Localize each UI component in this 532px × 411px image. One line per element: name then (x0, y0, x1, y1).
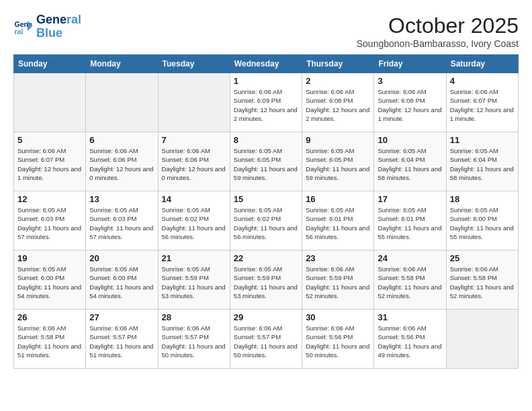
day-info: Sunrise: 6:05 AM Sunset: 6:03 PM Dayligh… (17, 205, 82, 241)
day-info: Sunrise: 6:05 AM Sunset: 5:59 PM Dayligh… (234, 265, 298, 300)
calendar-cell: 19Sunrise: 6:05 AM Sunset: 6:00 PM Dayli… (14, 250, 86, 310)
calendar-table: SundayMondayTuesdayWednesdayThursdayFrid… (13, 54, 519, 369)
calendar-cell: 15Sunrise: 6:05 AM Sunset: 6:02 PM Dayli… (230, 191, 302, 250)
day-number: 4 (450, 76, 515, 86)
day-number: 5 (17, 135, 82, 145)
calendar-cell (446, 310, 518, 369)
day-info: Sunrise: 6:06 AM Sunset: 6:06 PM Dayligh… (89, 146, 154, 182)
day-number: 31 (378, 312, 442, 322)
calendar-cell: 13Sunrise: 6:05 AM Sunset: 6:03 PM Dayli… (86, 191, 158, 250)
day-info: Sunrise: 6:05 AM Sunset: 6:00 PM Dayligh… (450, 205, 515, 241)
calendar-cell: 24Sunrise: 6:06 AM Sunset: 5:58 PM Dayli… (374, 250, 446, 310)
header-day-saturday: Saturday (446, 55, 518, 73)
day-info: Sunrise: 6:06 AM Sunset: 5:58 PM Dayligh… (378, 265, 442, 300)
day-info: Sunrise: 6:06 AM Sunset: 6:07 PM Dayligh… (450, 87, 515, 123)
calendar-cell (158, 73, 230, 132)
day-number: 2 (306, 76, 370, 86)
calendar-cell: 28Sunrise: 6:06 AM Sunset: 5:57 PM Dayli… (158, 310, 230, 369)
day-number: 27 (89, 312, 154, 322)
day-number: 3 (378, 76, 442, 86)
day-info: Sunrise: 6:06 AM Sunset: 5:57 PM Dayligh… (234, 324, 298, 359)
calendar-cell: 14Sunrise: 6:05 AM Sunset: 6:02 PM Dayli… (158, 191, 230, 250)
day-info: Sunrise: 6:06 AM Sunset: 5:59 PM Dayligh… (306, 265, 370, 300)
day-info: Sunrise: 6:05 AM Sunset: 5:59 PM Dayligh… (162, 265, 226, 300)
calendar-cell: 6Sunrise: 6:06 AM Sunset: 6:06 PM Daylig… (86, 132, 158, 191)
calendar-week-4: 19Sunrise: 6:05 AM Sunset: 6:00 PM Dayli… (14, 250, 519, 310)
title-area: October 2025 Soungbonon-Bambarasso, Ivor… (357, 13, 519, 49)
calendar-cell: 7Sunrise: 6:06 AM Sunset: 6:06 PM Daylig… (158, 132, 230, 191)
day-info: Sunrise: 6:06 AM Sunset: 5:58 PM Dayligh… (17, 324, 82, 359)
calendar-cell: 30Sunrise: 6:06 AM Sunset: 5:56 PM Dayli… (302, 310, 374, 369)
day-info: Sunrise: 6:05 AM Sunset: 6:00 PM Dayligh… (17, 265, 82, 300)
calendar-cell: 3Sunrise: 6:06 AM Sunset: 6:08 PM Daylig… (374, 73, 446, 132)
day-number: 8 (234, 135, 298, 145)
day-number: 21 (162, 253, 226, 263)
calendar-week-5: 26Sunrise: 6:06 AM Sunset: 5:58 PM Dayli… (14, 310, 519, 369)
day-info: Sunrise: 6:06 AM Sunset: 5:56 PM Dayligh… (378, 324, 442, 359)
day-info: Sunrise: 6:05 AM Sunset: 6:03 PM Dayligh… (89, 205, 154, 241)
calendar-cell: 10Sunrise: 6:05 AM Sunset: 6:04 PM Dayli… (374, 132, 446, 191)
header-day-tuesday: Tuesday (158, 55, 230, 73)
day-info: Sunrise: 6:05 AM Sunset: 6:02 PM Dayligh… (234, 205, 298, 241)
header-day-thursday: Thursday (302, 55, 374, 73)
calendar-cell: 27Sunrise: 6:06 AM Sunset: 5:57 PM Dayli… (86, 310, 158, 369)
day-number: 19 (17, 253, 82, 263)
logo-icon: Gene ral (13, 17, 34, 37)
day-info: Sunrise: 6:06 AM Sunset: 5:57 PM Dayligh… (89, 324, 154, 359)
header-day-monday: Monday (86, 55, 158, 73)
header-day-sunday: Sunday (14, 55, 86, 73)
day-info: Sunrise: 6:05 AM Sunset: 6:05 PM Dayligh… (234, 146, 298, 182)
day-number: 14 (162, 194, 226, 204)
svg-text:ral: ral (15, 27, 24, 35)
calendar-week-1: 1Sunrise: 6:06 AM Sunset: 6:09 PM Daylig… (14, 73, 519, 132)
header-area: Gene ral General Blue October 2025 Soung… (13, 13, 519, 49)
day-number: 24 (378, 253, 442, 263)
calendar-cell: 11Sunrise: 6:05 AM Sunset: 6:04 PM Dayli… (446, 132, 518, 191)
day-info: Sunrise: 6:06 AM Sunset: 5:57 PM Dayligh… (162, 324, 226, 359)
calendar-cell: 25Sunrise: 6:06 AM Sunset: 5:58 PM Dayli… (446, 250, 518, 310)
day-info: Sunrise: 6:05 AM Sunset: 6:04 PM Dayligh… (450, 146, 515, 182)
day-info: Sunrise: 6:05 AM Sunset: 6:01 PM Dayligh… (306, 205, 370, 241)
day-info: Sunrise: 6:06 AM Sunset: 5:58 PM Dayligh… (450, 265, 515, 300)
calendar-header-row: SundayMondayTuesdayWednesdayThursdayFrid… (14, 55, 519, 73)
calendar-cell: 1Sunrise: 6:06 AM Sunset: 6:09 PM Daylig… (230, 73, 302, 132)
day-info: Sunrise: 6:05 AM Sunset: 6:04 PM Dayligh… (378, 146, 442, 182)
logo-line1: General (36, 13, 81, 27)
header-day-friday: Friday (374, 55, 446, 73)
day-info: Sunrise: 6:06 AM Sunset: 6:09 PM Dayligh… (234, 87, 298, 123)
calendar-cell: 20Sunrise: 6:05 AM Sunset: 6:00 PM Dayli… (86, 250, 158, 310)
day-info: Sunrise: 6:06 AM Sunset: 6:08 PM Dayligh… (306, 87, 370, 123)
day-number: 30 (306, 312, 370, 322)
day-number: 22 (234, 253, 298, 263)
day-number: 15 (234, 194, 298, 204)
calendar-cell: 31Sunrise: 6:06 AM Sunset: 5:56 PM Dayli… (374, 310, 446, 369)
day-number: 16 (306, 194, 370, 204)
day-number: 26 (17, 312, 82, 322)
calendar-cell: 16Sunrise: 6:05 AM Sunset: 6:01 PM Dayli… (302, 191, 374, 250)
calendar-week-3: 12Sunrise: 6:05 AM Sunset: 6:03 PM Dayli… (14, 191, 519, 250)
calendar-week-2: 5Sunrise: 6:06 AM Sunset: 6:07 PM Daylig… (14, 132, 519, 191)
day-info: Sunrise: 6:06 AM Sunset: 6:06 PM Dayligh… (162, 146, 226, 182)
calendar-cell: 5Sunrise: 6:06 AM Sunset: 6:07 PM Daylig… (14, 132, 86, 191)
calendar-cell: 23Sunrise: 6:06 AM Sunset: 5:59 PM Dayli… (302, 250, 374, 310)
logo-line2: Blue (36, 27, 81, 40)
calendar-cell: 2Sunrise: 6:06 AM Sunset: 6:08 PM Daylig… (302, 73, 374, 132)
day-number: 1 (234, 76, 298, 86)
day-number: 7 (162, 135, 226, 145)
day-number: 12 (17, 194, 82, 204)
day-number: 29 (234, 312, 298, 322)
calendar-cell (14, 73, 86, 132)
calendar-cell: 8Sunrise: 6:05 AM Sunset: 6:05 PM Daylig… (230, 132, 302, 191)
calendar-cell: 21Sunrise: 6:05 AM Sunset: 5:59 PM Dayli… (158, 250, 230, 310)
day-number: 11 (450, 135, 515, 145)
day-number: 23 (306, 253, 370, 263)
calendar-cell: 12Sunrise: 6:05 AM Sunset: 6:03 PM Dayli… (14, 191, 86, 250)
location-subtitle: Soungbonon-Bambarasso, Ivory Coast (357, 38, 519, 49)
day-info: Sunrise: 6:06 AM Sunset: 6:07 PM Dayligh… (17, 146, 82, 182)
day-number: 10 (378, 135, 442, 145)
day-info: Sunrise: 6:05 AM Sunset: 6:02 PM Dayligh… (162, 205, 226, 241)
day-number: 13 (89, 194, 154, 204)
day-info: Sunrise: 6:06 AM Sunset: 5:56 PM Dayligh… (306, 324, 370, 359)
calendar-cell: 29Sunrise: 6:06 AM Sunset: 5:57 PM Dayli… (230, 310, 302, 369)
day-number: 28 (162, 312, 226, 322)
